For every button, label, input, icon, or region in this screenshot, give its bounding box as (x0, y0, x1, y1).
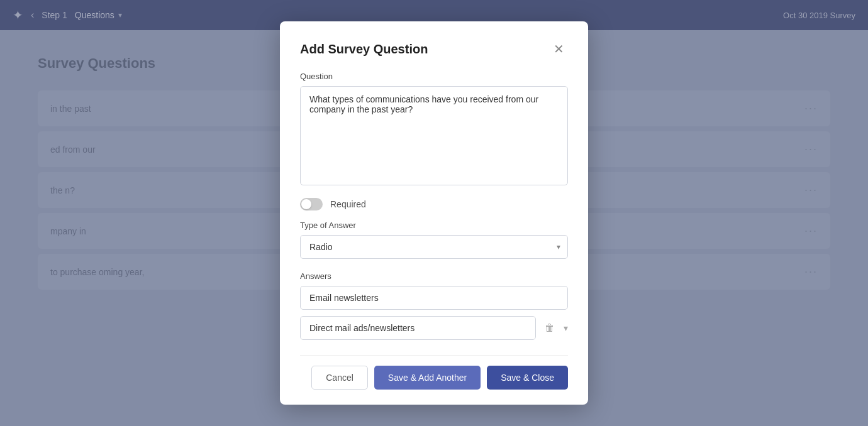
answer-input-2[interactable] (300, 316, 536, 340)
delete-answer-button[interactable]: 🗑 (541, 320, 559, 336)
toggle-knob (301, 199, 311, 209)
add-survey-question-modal: Add Survey Question ✕ Question Required … (280, 21, 588, 405)
modal-header: Add Survey Question ✕ (300, 41, 568, 57)
chevron-down-icon: ▾ (564, 323, 568, 333)
cancel-button[interactable]: Cancel (311, 366, 368, 390)
answers-section: Answers 🗑 ▾ (300, 271, 568, 340)
question-textarea[interactable] (300, 86, 568, 185)
save-close-button[interactable]: Save & Close (487, 366, 568, 390)
type-select[interactable]: Radio Checkbox Text Scale (300, 235, 568, 259)
close-button[interactable]: ✕ (550, 41, 568, 57)
modal-footer: Cancel Save & Add Another Save & Close (300, 355, 568, 390)
required-toggle-row: Required (300, 198, 568, 210)
answer-row: 🗑 ▾ (300, 316, 568, 340)
answer-row (300, 286, 568, 310)
modal-overlay: Add Survey Question ✕ Question Required … (0, 0, 868, 426)
type-of-answer-label: Type of Answer (300, 221, 568, 230)
required-toggle[interactable] (300, 198, 323, 210)
type-select-wrapper: Radio Checkbox Text Scale ▾ (300, 235, 568, 259)
answer-input-1[interactable] (300, 286, 568, 310)
question-label: Question (300, 72, 568, 81)
save-add-another-button[interactable]: Save & Add Another (374, 366, 481, 390)
modal-title: Add Survey Question (300, 42, 428, 57)
required-label: Required (330, 199, 366, 209)
answers-label: Answers (300, 271, 568, 281)
